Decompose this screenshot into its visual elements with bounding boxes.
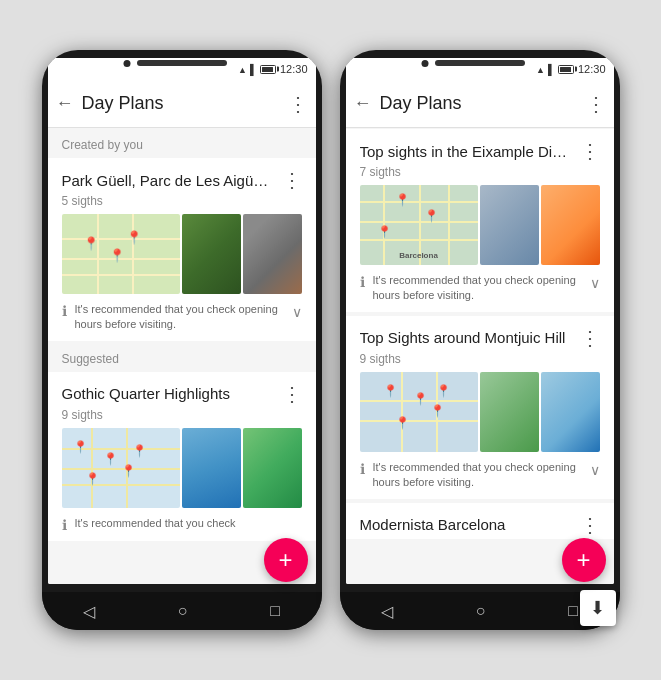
fab-button-1[interactable]: + bbox=[264, 538, 308, 582]
page-title-1: Day Plans bbox=[82, 93, 280, 114]
scroll-content-2: Top sights in the Eixample Distrcit ⋮ 7 … bbox=[346, 128, 614, 584]
card-gothic-images: 📍 📍 📍 📍 📍 bbox=[48, 428, 316, 508]
img-thumb-4b bbox=[541, 372, 600, 452]
app-header-1: ← Day Plans ⋮ bbox=[48, 80, 316, 128]
map-pin-15: 📍 bbox=[395, 416, 407, 430]
status-icons-1 bbox=[238, 63, 276, 75]
card-gothic-subtitle: 9 sigths bbox=[48, 408, 316, 428]
page-title-2: Day Plans bbox=[380, 93, 578, 114]
phone-1: 12:30 ← Day Plans ⋮ Created by you Park … bbox=[42, 50, 322, 630]
notice-text-3: It's recommended that you check opening … bbox=[373, 273, 582, 304]
map-pin-6: 📍 bbox=[121, 464, 133, 478]
phone-2: 12:30 ← Day Plans ⋮ Top sights in the Ei… bbox=[340, 50, 620, 630]
back-button-1[interactable]: ← bbox=[56, 93, 74, 114]
notice-text-2: It's recommended that you check bbox=[75, 516, 302, 531]
map-pin-16: 📍 bbox=[436, 384, 448, 398]
card-modernista: Modernista Barcelona ⋮ bbox=[346, 503, 614, 539]
card-montjuic-subtitle: 9 sigths bbox=[346, 352, 614, 372]
phone-notch-2 bbox=[435, 60, 525, 66]
app-header-2: ← Day Plans ⋮ bbox=[346, 80, 614, 128]
map-thumb-2: 📍 📍 📍 📍 📍 bbox=[62, 428, 180, 508]
card-eixample-more[interactable]: ⋮ bbox=[580, 139, 600, 163]
map-pin-9: 📍 bbox=[395, 193, 407, 207]
chevron-icon-2[interactable]: ∨ bbox=[590, 275, 600, 291]
map-thumb-3: 📍 📍 📍 Barcelona bbox=[360, 185, 478, 265]
card-park-guell-more[interactable]: ⋮ bbox=[282, 168, 302, 192]
download-icon: ⬇ bbox=[590, 597, 605, 619]
map-pin-2: 📍 bbox=[109, 248, 121, 262]
phones-container: 12:30 ← Day Plans ⋮ Created by you Park … bbox=[42, 50, 620, 630]
img-thumb-3b bbox=[541, 185, 600, 265]
map-pin-12: 📍 bbox=[383, 384, 395, 398]
map-pin-11: 📍 bbox=[377, 225, 389, 239]
info-icon-3: ℹ bbox=[360, 274, 365, 290]
map-pin-14: 📍 bbox=[430, 404, 442, 418]
phone-1-inner: 12:30 ← Day Plans ⋮ Created by you Park … bbox=[48, 58, 316, 584]
card-montjuic-images: 📍 📍 📍 📍 📍 bbox=[346, 372, 614, 452]
card-gothic-notice: ℹ It's recommended that you check bbox=[48, 508, 316, 541]
card-eixample-notice: ℹ It's recommended that you check openin… bbox=[346, 265, 614, 312]
map-pin-5: 📍 bbox=[103, 452, 115, 466]
card-eixample-images: 📍 📍 📍 Barcelona bbox=[346, 185, 614, 265]
nav-recent-1[interactable]: □ bbox=[270, 602, 280, 620]
download-button[interactable]: ⬇ bbox=[580, 590, 616, 626]
card-montjuic-title: Top Sights around Montjuic Hill bbox=[360, 329, 574, 346]
img-thumb-2a bbox=[182, 428, 241, 508]
map-pin-8: 📍 bbox=[85, 472, 97, 486]
card-montjuic-notice: ℹ It's recommended that you check openin… bbox=[346, 452, 614, 499]
card-park-guell-subtitle: 5 sigths bbox=[48, 194, 316, 214]
section-label-created: Created by you bbox=[48, 128, 316, 158]
info-icon-2: ℹ bbox=[62, 517, 67, 533]
card-park-guell-header: Park Güell, Parc de Les Aigües, La Sa...… bbox=[48, 158, 316, 194]
phone-bottom-nav-2: ◁ ○ □ bbox=[340, 592, 620, 630]
fab-plus-icon-1: + bbox=[278, 548, 292, 572]
card-modernista-more[interactable]: ⋮ bbox=[580, 513, 600, 537]
battery-icon-1 bbox=[260, 65, 276, 74]
nav-home-1[interactable]: ○ bbox=[178, 602, 188, 620]
card-eixample-title: Top sights in the Eixample Distrcit bbox=[360, 143, 574, 160]
fab-button-2[interactable]: + bbox=[562, 538, 606, 582]
img-thumb-4a bbox=[480, 372, 539, 452]
img-thumb-1b bbox=[243, 214, 302, 294]
more-menu-button-1[interactable]: ⋮ bbox=[288, 92, 308, 116]
card-montjuic-header: Top Sights around Montjuic Hill ⋮ bbox=[346, 316, 614, 352]
notice-text-1: It's recommended that you check opening … bbox=[75, 302, 284, 333]
nav-recent-2[interactable]: □ bbox=[568, 602, 578, 620]
img-thumb-2b bbox=[243, 428, 302, 508]
phone-notch-1 bbox=[137, 60, 227, 66]
card-eixample-subtitle: 7 sigths bbox=[346, 165, 614, 185]
map-pin-13: 📍 bbox=[413, 392, 425, 406]
map-pin-10: 📍 bbox=[424, 209, 436, 223]
img-thumb-1a bbox=[182, 214, 241, 294]
back-button-2[interactable]: ← bbox=[354, 93, 372, 114]
time-2: 12:30 bbox=[578, 63, 606, 75]
nav-back-2[interactable]: ◁ bbox=[381, 602, 393, 621]
card-park-guell-title: Park Güell, Parc de Les Aigües, La Sa... bbox=[62, 172, 276, 189]
more-menu-button-2[interactable]: ⋮ bbox=[586, 92, 606, 116]
card-gothic-title: Gothic Quarter Highlights bbox=[62, 385, 276, 402]
phone-camera-1 bbox=[123, 60, 130, 67]
card-gothic-more[interactable]: ⋮ bbox=[282, 382, 302, 406]
time-1: 12:30 bbox=[280, 63, 308, 75]
map-pin-7: 📍 bbox=[132, 444, 144, 458]
card-park-guell-images: 📍 📍 📍 bbox=[48, 214, 316, 294]
card-montjuic: Top Sights around Montjuic Hill ⋮ 9 sigt… bbox=[346, 316, 614, 499]
scroll-content-1: Created by you Park Güell, Parc de Les A… bbox=[48, 128, 316, 584]
fab-plus-icon-2: + bbox=[576, 548, 590, 572]
info-icon-4: ℹ bbox=[360, 461, 365, 477]
nav-back-1[interactable]: ◁ bbox=[83, 602, 95, 621]
map-pin-3: 📍 bbox=[126, 230, 138, 244]
card-montjuic-more[interactable]: ⋮ bbox=[580, 326, 600, 350]
signal-icon bbox=[250, 63, 257, 75]
card-gothic-header: Gothic Quarter Highlights ⋮ bbox=[48, 372, 316, 408]
nav-home-2[interactable]: ○ bbox=[476, 602, 486, 620]
card-modernista-header: Modernista Barcelona ⋮ bbox=[346, 503, 614, 539]
chevron-icon-3[interactable]: ∨ bbox=[590, 462, 600, 478]
status-icons-2 bbox=[536, 63, 574, 75]
battery-icon-2 bbox=[558, 65, 574, 74]
chevron-icon-1[interactable]: ∨ bbox=[292, 304, 302, 320]
info-icon-1: ℹ bbox=[62, 303, 67, 319]
card-gothic: Gothic Quarter Highlights ⋮ 9 sigths bbox=[48, 372, 316, 541]
map-pin-1: 📍 bbox=[83, 236, 95, 250]
wifi-icon-2 bbox=[536, 63, 545, 75]
